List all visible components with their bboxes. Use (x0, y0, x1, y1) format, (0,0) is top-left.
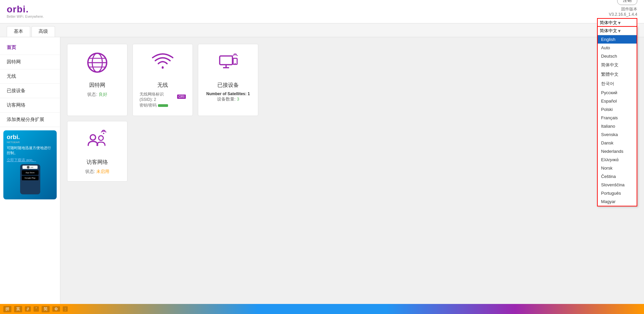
connected-devices-card[interactable]: 已接设备 Number of Satellites: 1 设备数量: 3 (198, 44, 258, 116)
sidebar-item-connected[interactable]: 已接设备 (0, 84, 60, 98)
sidebar-item-guest[interactable]: 访客网络 (0, 98, 60, 113)
dropdown-close-arrow-icon: ▼ (617, 28, 635, 34)
google-play-badge[interactable]: Google Play (22, 176, 39, 180)
app-store-label: App Store (25, 172, 35, 174)
language-option-ko[interactable]: 한국어 (598, 79, 637, 88)
dropdown-arrow-icon: ▼ (617, 20, 635, 25)
logout-button[interactable]: 注销 (617, 0, 637, 5)
svg-point-13 (99, 136, 103, 140)
language-dropdown: 简体中文 ▼ EnglishAutoDeutsch简体中文繁體中文한국어Русс… (597, 26, 637, 206)
sidebar-ad-text: 可随时随地迅速方便地进行控制。 (7, 145, 53, 156)
password-label: 密钥/密码 (140, 103, 157, 108)
language-option-cs[interactable]: Čeština (598, 172, 637, 181)
firmware-info: 固件版本 V3.2.16.6_1.4.4 (609, 6, 637, 17)
logo-tagline: Better WiFi. Everywhere. (7, 15, 44, 18)
logo: orbi. (7, 5, 29, 14)
guest-status-value: 未启用 (96, 169, 109, 174)
wifi-password-line: 密钥/密码 (140, 103, 186, 108)
svg-point-11 (235, 63, 236, 64)
language-option-de[interactable]: Deutsch (598, 52, 637, 60)
language-option-it[interactable]: Italiano (598, 122, 637, 130)
tab-advanced[interactable]: 高级 (32, 26, 55, 37)
language-option-pt[interactable]: Português (598, 189, 637, 197)
sidebar-item-addon[interactable]: 添加奥秘分身扩展 (0, 113, 60, 127)
top-bar: orbi. Better WiFi. Everywhere. 注销 固件版本 V… (0, 0, 644, 23)
guest-status-label: 状态: (85, 169, 96, 174)
language-option-en[interactable]: English (598, 35, 637, 44)
language-select-label: 简体中文 (600, 20, 617, 26)
taskbar-item-6: ⚙ (52, 306, 60, 312)
sidebar-ad-subtitle: NETGEAR (7, 141, 53, 144)
password-indicator (158, 104, 168, 107)
wireless-card-detail: 无线网络标识(SSID): 2 ORI 密钥/密码 (140, 91, 186, 108)
language-option-zh-tw[interactable]: 繁體中文 (598, 70, 637, 79)
language-option-fr[interactable]: Français (598, 114, 637, 122)
taskbar-item-2: 英 (14, 306, 22, 312)
top-right-area: 注销 固件版本 V3.2.16.6_1.4.4 简体中文 ▼ (597, 0, 637, 27)
ssid-badge: ORI (177, 95, 186, 99)
wireless-icon (140, 51, 186, 79)
taskbar-item-1: 拼 (3, 306, 11, 312)
svg-point-12 (90, 135, 96, 140)
satellites-label: Number of Satellites: 1 (205, 91, 251, 96)
taskbar: 拼 英 ∂ ʻ 简 ⚙ : (0, 304, 644, 314)
ssid-label: 无线网络标识(SSID): 2 (140, 91, 176, 102)
language-list: EnglishAutoDeutsch简体中文繁體中文한국어РусскийEspa… (598, 35, 637, 206)
sidebar-ad-logo: orbi. (7, 134, 53, 141)
sidebar-item-internet[interactable]: 因特网 (0, 55, 60, 69)
internet-icon (74, 51, 120, 79)
main-layout: 首页 因特网 无线 已接设备 访客网络 添加奥秘分身扩展 orbi. NETGE… (0, 37, 644, 308)
language-dropdown-header[interactable]: 简体中文 ▼ (598, 27, 637, 35)
sidebar-ad-banner: orbi. NETGEAR 可随时随地迅速方便地进行控制。 立即下载该 app。… (3, 130, 57, 199)
connected-devices-icon (205, 51, 251, 79)
language-option-no[interactable]: Norsk (598, 164, 637, 172)
content-area: 因特网 状态: 良好 无线 (60, 37, 644, 308)
internet-card[interactable]: 因特网 状态: 良好 (67, 44, 127, 116)
sidebar-item-home[interactable]: 首页 (0, 41, 60, 55)
language-option-nl[interactable]: Nederlands (598, 147, 637, 155)
internet-card-title: 因特网 (74, 82, 120, 89)
language-dropdown-current: 简体中文 (600, 28, 617, 34)
phone-illustration: orbi App Store Google Play (20, 164, 40, 194)
internet-status-label: 状态: (87, 92, 98, 97)
devices-label: 设备数量: (217, 97, 237, 102)
svg-rect-6 (220, 56, 232, 65)
taskbar-item-7: : (63, 306, 68, 312)
svg-point-5 (162, 67, 164, 69)
language-option-sv[interactable]: Svenska (598, 130, 637, 139)
firmware-version: V3.2.16.6_1.4.4 (609, 12, 637, 17)
nav-tabs: 基本 高级 (0, 23, 644, 37)
language-option-el[interactable]: Ελληνικά (598, 155, 637, 164)
language-option-sl[interactable]: Slovenščina (598, 181, 637, 189)
language-option-zh-cn[interactable]: 简体中文 (598, 60, 637, 70)
wireless-card[interactable]: 无线 无线网络标识(SSID): 2 ORI 密钥/密码 (132, 44, 193, 116)
logo-area: orbi. Better WiFi. Everywhere. (7, 5, 44, 18)
devices-value: 3 (237, 97, 239, 102)
devices-count: 设备数量: 3 (205, 96, 251, 102)
language-option-pl[interactable]: Polski (598, 105, 637, 114)
wifi-ssid-line: 无线网络标识(SSID): 2 ORI (140, 91, 186, 102)
app-store-badge[interactable]: App Store (22, 170, 39, 175)
internet-status-value: 良好 (99, 92, 107, 97)
language-option-es[interactable]: Español (598, 97, 637, 105)
svg-point-14 (103, 133, 104, 134)
language-option-auto[interactable]: Auto (598, 44, 637, 52)
google-play-label: Google Play (24, 177, 36, 179)
guest-network-status: 状态: 未启用 (74, 169, 120, 175)
language-option-hu[interactable]: Magyar (598, 197, 637, 206)
guest-network-card[interactable]: 访客网络 状态: 未启用 (67, 121, 127, 182)
tab-basic[interactable]: 基本 (7, 26, 30, 37)
taskbar-item-3: ∂ (25, 306, 31, 312)
cards-grid: 因特网 状态: 良好 无线 (67, 44, 268, 182)
wireless-card-title: 无线 (140, 82, 186, 89)
sidebar-ad-link[interactable]: 立即下载该 app。 (7, 158, 53, 163)
language-option-da[interactable]: Dansk (598, 139, 637, 147)
logo-dot: . (26, 4, 29, 14)
sidebar-item-wireless[interactable]: 无线 (0, 69, 60, 84)
guest-network-icon (74, 128, 120, 156)
internet-card-status: 状态: 良好 (74, 91, 120, 98)
sidebar: 首页 因特网 无线 已接设备 访客网络 添加奥秘分身扩展 orbi. NETGE… (0, 37, 60, 308)
firmware-label: 固件版本 (621, 7, 637, 11)
language-option-ru[interactable]: Русский (598, 88, 637, 97)
guest-network-title: 访客网络 (74, 159, 120, 166)
